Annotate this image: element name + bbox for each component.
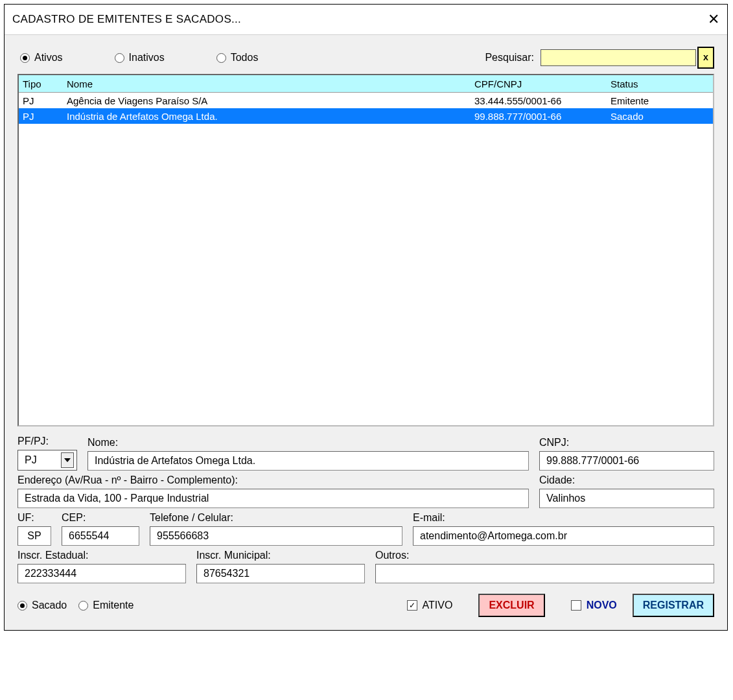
window: CADASTRO DE EMITENTES E SACADOS... ✕ Ati… — [4, 4, 728, 631]
radio-todos[interactable]: Todos — [216, 52, 259, 64]
checkbox-icon — [571, 600, 581, 611]
label-endereco: Endereço (Av/Rua - nº - Bairro - Complem… — [17, 474, 529, 486]
radio-dot-icon — [115, 53, 124, 63]
registrar-button[interactable]: REGISTRAR — [633, 594, 714, 617]
search-clear-button[interactable]: x — [697, 47, 714, 69]
cell-tipo: PJ — [19, 95, 63, 106]
radio-emitente-label: Emitente — [93, 600, 134, 611]
label-uf: UF: — [17, 512, 51, 524]
filter-row: Ativos Inativos Todos Pesquisar: x — [17, 47, 714, 69]
action-row: Sacado Emitente ATIVO EXCLUIR NOVO REGIS… — [17, 594, 714, 617]
radio-inativos[interactable]: Inativos — [115, 52, 165, 64]
label-nome: Nome: — [87, 437, 529, 449]
col-header-tipo[interactable]: Tipo — [19, 78, 63, 89]
cidade-field[interactable] — [539, 489, 714, 508]
titlebar: CADASTRO DE EMITENTES E SACADOS... ✕ — [5, 5, 727, 35]
radio-inativos-label: Inativos — [129, 52, 165, 64]
svg-marker-0 — [64, 458, 71, 462]
uf-field[interactable] — [17, 526, 51, 546]
label-cep: CEP: — [62, 512, 139, 524]
grid-header: Tipo Nome CPF/CNPJ Status — [19, 75, 713, 93]
excluir-button[interactable]: EXCLUIR — [478, 594, 544, 617]
cell-status: Emitente — [607, 95, 713, 106]
telefone-field[interactable] — [150, 526, 402, 546]
cell-doc: 33.444.555/0001-66 — [471, 95, 607, 106]
cell-status: Sacado — [607, 111, 713, 122]
nome-field[interactable] — [87, 451, 529, 471]
radio-ativos[interactable]: Ativos — [20, 52, 63, 64]
cell-nome: Indústria de Artefatos Omega Ltda. — [63, 111, 471, 122]
col-header-doc[interactable]: CPF/CNPJ — [471, 78, 607, 89]
novo-checkbox[interactable]: NOVO — [571, 600, 617, 611]
cell-doc: 99.888.777/0001-66 — [471, 111, 607, 122]
radio-sacado[interactable]: Sacado — [17, 600, 67, 611]
label-inscr-estadual: Inscr. Estadual: — [17, 550, 186, 561]
outros-field[interactable] — [375, 564, 714, 583]
radio-sacado-label: Sacado — [32, 600, 67, 611]
radio-ativos-label: Ativos — [34, 52, 63, 64]
table-row[interactable]: PJ Indústria de Artefatos Omega Ltda. 99… — [19, 108, 713, 124]
radio-dot-icon — [216, 53, 226, 63]
cell-tipo: PJ — [19, 111, 63, 122]
pfpj-select[interactable]: PJ — [17, 450, 77, 471]
label-inscr-municipal: Inscr. Municipal: — [196, 550, 365, 561]
checkbox-icon — [407, 600, 417, 611]
label-tel: Telefone / Celular: — [150, 512, 402, 524]
label-pfpj: PF/PJ: — [17, 436, 77, 447]
radio-emitente[interactable]: Emitente — [78, 600, 134, 611]
inscr-municipal-field[interactable] — [196, 564, 365, 583]
close-icon[interactable]: ✕ — [708, 11, 719, 28]
grid-body: PJ Agência de Viagens Paraíso S/A 33.444… — [19, 93, 713, 124]
radio-dot-icon — [20, 53, 30, 63]
col-header-nome[interactable]: Nome — [63, 78, 471, 89]
content: Ativos Inativos Todos Pesquisar: x Tipo … — [5, 35, 727, 630]
label-cidade: Cidade: — [539, 474, 714, 486]
cep-field[interactable] — [62, 526, 139, 546]
novo-label: NOVO — [587, 600, 617, 611]
label-outros: Outros: — [375, 550, 714, 561]
table-row[interactable]: PJ Agência de Viagens Paraíso S/A 33.444… — [19, 93, 713, 108]
chevron-down-icon — [61, 452, 74, 468]
cell-nome: Agência de Viagens Paraíso S/A — [63, 95, 471, 106]
detail-form: PF/PJ: PJ Nome: CNPJ: — [17, 436, 714, 617]
search-input[interactable] — [541, 49, 696, 66]
endereco-field[interactable] — [17, 489, 529, 508]
window-title: CADASTRO DE EMITENTES E SACADOS... — [12, 13, 241, 26]
label-cnpj: CNPJ: — [539, 437, 714, 449]
results-grid[interactable]: Tipo Nome CPF/CNPJ Status PJ Agência de … — [17, 74, 714, 426]
email-field[interactable] — [413, 526, 714, 546]
pfpj-value: PJ — [25, 454, 37, 466]
col-header-status[interactable]: Status — [607, 78, 713, 89]
search-label: Pesquisar: — [485, 52, 534, 64]
radio-dot-icon — [78, 601, 88, 611]
inscr-estadual-field[interactable] — [17, 564, 186, 583]
ativo-label: ATIVO — [423, 600, 453, 611]
label-email: E-mail: — [413, 512, 714, 524]
ativo-checkbox[interactable]: ATIVO — [407, 600, 453, 611]
radio-todos-label: Todos — [231, 52, 259, 64]
cnpj-field[interactable] — [539, 451, 714, 471]
radio-dot-icon — [17, 601, 27, 611]
